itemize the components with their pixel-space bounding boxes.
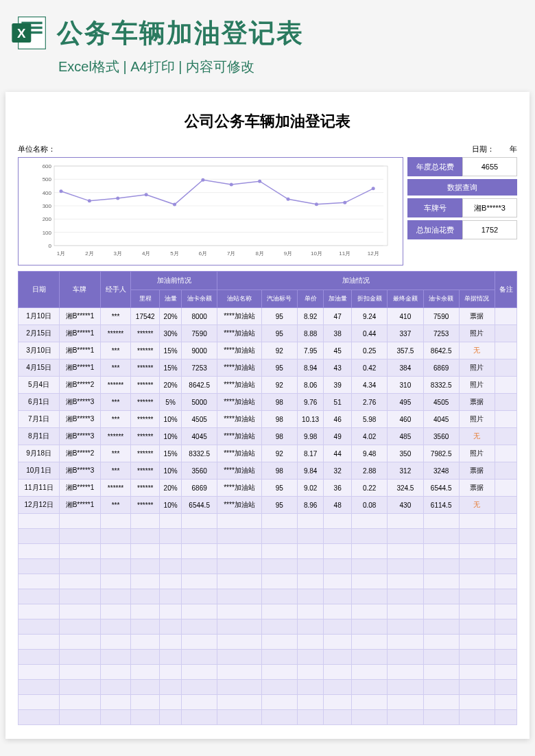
th-before-group: 加油前情况 — [131, 272, 217, 290]
svg-text:100: 100 — [43, 230, 52, 236]
table-row-empty[interactable] — [19, 619, 517, 635]
table-row-empty[interactable] — [19, 635, 517, 650]
sheet-title: 公司公务车辆加油登记表 — [18, 111, 517, 132]
table-row[interactable]: 11月11日湘B*****1****** ******20%6869 ****加… — [19, 480, 517, 497]
svg-point-32 — [60, 189, 63, 193]
svg-text:12月: 12月 — [368, 250, 379, 257]
svg-text:4月: 4月 — [142, 250, 150, 257]
svg-point-36 — [173, 203, 176, 206]
table-row-empty[interactable] — [19, 665, 517, 680]
table-row[interactable]: 8月1日湘B*****3****** ******10%4045 ****加油站… — [19, 428, 517, 445]
table-row-empty[interactable] — [19, 650, 517, 665]
svg-point-35 — [145, 193, 148, 196]
table-row-empty[interactable] — [19, 559, 517, 574]
table-row[interactable]: 4月15日湘B*****1*** ******15%7253 ****加油站95… — [19, 359, 517, 377]
page-title: 公务车辆加油登记表 — [57, 16, 304, 51]
svg-text:200: 200 — [43, 216, 52, 222]
svg-text:7月: 7月 — [227, 250, 235, 257]
table-row-empty[interactable] — [19, 574, 517, 589]
svg-point-43 — [372, 187, 375, 190]
svg-text:10月: 10月 — [311, 250, 322, 257]
annual-row: 年度总花费 4655 — [407, 157, 517, 176]
svg-text:X: X — [17, 26, 26, 40]
table-row-empty[interactable] — [19, 695, 517, 710]
svg-text:6月: 6月 — [199, 250, 207, 257]
table-row[interactable]: 9月18日湘B*****2*** ******15%8332.5 ****加油站… — [19, 445, 517, 462]
th-station: 油站名称 — [217, 290, 261, 308]
table-row-empty[interactable] — [19, 710, 517, 725]
excel-icon: X — [10, 14, 49, 52]
svg-text:3月: 3月 — [114, 250, 122, 257]
chart-container: 01002003004005006001月2月3月4月5月6月7月8月9月10月… — [18, 157, 403, 265]
th-note: 备注 — [495, 272, 517, 308]
table-row[interactable]: 7月1日湘B*****3*** ******10%4505 ****加油站981… — [19, 411, 517, 428]
svg-text:5月: 5月 — [170, 250, 178, 257]
total-label: 总加油花费 — [407, 220, 462, 239]
plate-label: 车牌号 — [407, 198, 462, 217]
query-header: 数据查询 — [407, 179, 517, 196]
table-row-empty[interactable] — [19, 514, 517, 529]
total-row: 总加油花费 1752 — [407, 220, 517, 239]
svg-point-40 — [287, 198, 290, 201]
page-header: X 公务车辆加油登记表 — [0, 0, 535, 58]
page-subtitle: Excel格式 | A4打印 | 内容可修改 — [0, 58, 535, 86]
svg-text:0: 0 — [49, 243, 52, 249]
top-section: 01002003004005006001月2月3月4月5月6月7月8月9月10月… — [18, 157, 517, 265]
total-value: 1752 — [462, 220, 517, 239]
svg-point-41 — [315, 202, 318, 206]
table-row[interactable]: 3月10日湘B*****1*** ******15%9000 ****加油站92… — [19, 342, 517, 359]
svg-text:600: 600 — [43, 163, 52, 169]
table-row-empty[interactable] — [19, 529, 517, 544]
date-label: 日期： 年 — [472, 144, 517, 154]
sheet-container: 公司公务车辆加油登记表 单位名称： 日期： 年 0100200300400500… — [5, 92, 530, 739]
meta-row: 单位名称： 日期： 年 — [18, 144, 517, 154]
th-date: 日期 — [19, 272, 60, 308]
unit-label: 单位名称： — [18, 144, 56, 154]
plate-value[interactable]: 湘B*****3 — [462, 198, 517, 217]
table-row[interactable]: 2月15日湘B*****1****** ******30%7590 ****加油… — [19, 325, 517, 342]
svg-point-34 — [116, 196, 119, 200]
svg-point-37 — [201, 178, 204, 182]
table-row[interactable]: 5月4日湘B*****2****** ******20%8642.5 ****加… — [19, 377, 517, 394]
summary-panel: 年度总花费 4655 数据查询 车牌号 湘B*****3 总加油花费 1752 — [407, 157, 517, 265]
th-after-group: 加油情况 — [217, 272, 495, 290]
table-row-empty[interactable] — [19, 589, 517, 604]
svg-text:2月: 2月 — [85, 250, 93, 257]
th-fuel: 油量 — [160, 290, 182, 308]
th-plate: 车牌 — [60, 272, 101, 308]
table-row-empty[interactable] — [19, 544, 517, 559]
svg-text:400: 400 — [43, 190, 52, 196]
plate-row: 车牌号 湘B*****3 — [407, 198, 517, 217]
svg-text:11月: 11月 — [339, 250, 350, 257]
th-price: 单价 — [297, 290, 323, 308]
svg-point-39 — [258, 180, 261, 183]
svg-text:1月: 1月 — [57, 250, 65, 257]
th-handler: 经手人 — [100, 272, 131, 308]
table-row[interactable]: 12月12日湘B*****1*** ******10%6544.5 ****加油… — [19, 497, 517, 514]
th-final: 最终金额 — [388, 290, 423, 308]
annual-label: 年度总花费 — [407, 157, 462, 176]
th-balance: 油卡余额 — [182, 290, 217, 308]
table-row-empty[interactable] — [19, 604, 517, 619]
table-row[interactable]: 1月10日湘B*****1*** 1754220%8000 ****加油站958… — [19, 308, 517, 325]
data-table: 日期 车牌 经手人 加油前情况 加油情况 备注 里程 油量 油卡余额 油站名称 … — [18, 271, 517, 725]
table-row[interactable]: 10月1日湘B*****3*** ******10%3560 ****加油站98… — [19, 462, 517, 480]
th-card-after: 油卡余额 — [423, 290, 459, 308]
th-grade: 汽油标号 — [261, 290, 297, 308]
svg-text:8月: 8月 — [255, 250, 263, 257]
th-discount: 折扣金额 — [352, 290, 388, 308]
th-receipt: 单据情况 — [459, 290, 495, 308]
th-amount: 加油量 — [324, 290, 352, 308]
svg-text:9月: 9月 — [284, 250, 292, 257]
svg-text:500: 500 — [43, 176, 52, 182]
svg-point-42 — [343, 201, 346, 204]
annual-value: 4655 — [462, 157, 517, 176]
svg-text:300: 300 — [43, 203, 52, 209]
table-row-empty[interactable] — [19, 680, 517, 695]
svg-point-33 — [88, 199, 91, 202]
svg-point-38 — [230, 183, 233, 187]
line-chart: 01002003004005006001月2月3月4月5月6月7月8月9月10月… — [21, 162, 400, 258]
table-row[interactable]: 6月1日湘B*****3*** ******5%5000 ****加油站989.… — [19, 394, 517, 411]
th-mileage: 里程 — [131, 290, 160, 308]
